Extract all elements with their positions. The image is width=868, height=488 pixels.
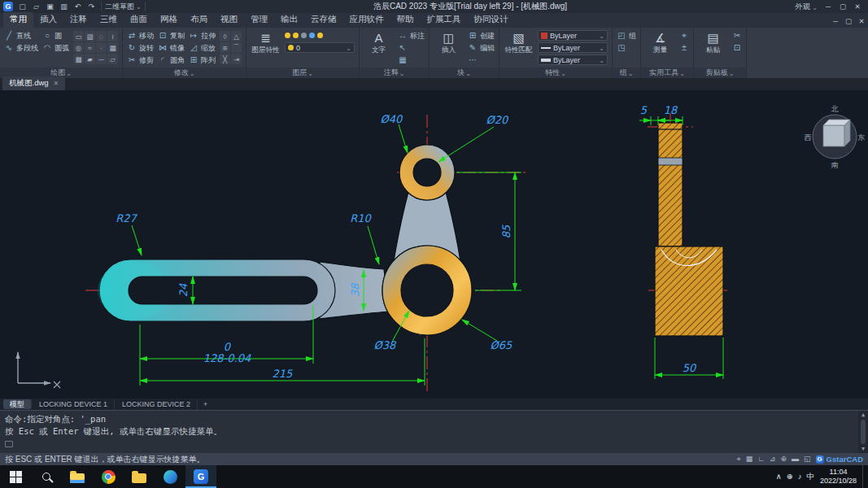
tool-fillet[interactable]: ◜圆角 xyxy=(158,54,185,66)
doc-restore-button[interactable]: ▢ xyxy=(842,16,855,26)
tool-circle[interactable]: ○圆 xyxy=(42,30,69,41)
scroll-down-icon[interactable]: ▼ xyxy=(861,446,865,452)
snap-icon[interactable]: ⌖ xyxy=(737,455,741,463)
tool-paste[interactable]: ▤粘贴 xyxy=(698,30,728,54)
tool-break[interactable]: ╳ xyxy=(220,54,230,64)
taskbar-item-search[interactable] xyxy=(31,465,62,488)
layout-tab[interactable]: 模型 xyxy=(3,399,32,409)
close-button[interactable]: ✕ xyxy=(850,1,865,12)
tool-region[interactable]: ▰ xyxy=(85,54,95,64)
grid-icon[interactable]: ▦ xyxy=(746,455,753,463)
command-scrollbar[interactable]: ▲ ▼ xyxy=(858,411,868,453)
tool-edit[interactable]: ✎编辑 xyxy=(468,42,495,54)
layer-dropdown[interactable]: 0 xyxy=(285,42,355,53)
document-tab[interactable]: 机械图.dwg✕ xyxy=(2,76,65,90)
layout-tab[interactable]: LOCKING DEVICE 1 xyxy=(33,399,115,409)
tool-trim[interactable]: ✂修剪 xyxy=(127,54,154,66)
viewcube-south-label[interactable]: 南 xyxy=(831,161,839,169)
taskbar-item-chrome[interactable] xyxy=(93,465,124,488)
menu-tab[interactable]: 插入 xyxy=(33,12,63,28)
tool-copyclip[interactable]: ⊡ xyxy=(732,42,742,54)
hidden-icons-chevron[interactable]: ∧ xyxy=(776,473,782,481)
tool-measure[interactable]: ∡测量 xyxy=(645,30,675,54)
layer-state-icon[interactable] xyxy=(285,33,290,38)
menu-tab[interactable]: 曲面 xyxy=(124,12,154,28)
ortho-icon[interactable]: ∟ xyxy=(757,455,765,463)
taskbar-item-edge[interactable] xyxy=(155,465,185,488)
tool-text[interactable]: A文字 xyxy=(364,30,394,54)
layout-tab[interactable]: LOCKING DEVICE 2 xyxy=(116,399,198,409)
tool-ungroup[interactable]: ◳ xyxy=(617,42,636,54)
menu-tab[interactable]: 应用软件 xyxy=(343,12,390,28)
tool-insert[interactable]: ◫插入 xyxy=(434,30,464,54)
save-icon[interactable]: ▣ xyxy=(44,2,56,12)
new-layout-button[interactable]: + xyxy=(198,400,212,408)
menu-tab[interactable]: 管理 xyxy=(244,12,274,28)
view-cube[interactable]: 北 南 西 东 xyxy=(805,105,866,169)
tool-array[interactable]: ⊞阵列 xyxy=(189,54,216,66)
tool-explode[interactable]: △ xyxy=(231,31,242,41)
menu-tab[interactable]: 常用 xyxy=(3,12,33,28)
show-desktop-button[interactable] xyxy=(862,465,866,488)
menu-tab[interactable]: 注释 xyxy=(63,12,94,28)
volume-icon[interactable]: ♪ xyxy=(798,473,802,481)
tool-polyline[interactable]: ∿多段线 xyxy=(4,42,38,54)
tool-hatch[interactable]: ▨ xyxy=(85,31,95,41)
ribbon-panel-caption[interactable]: 特性 xyxy=(499,68,612,78)
tool-mirror[interactable]: ⋈镜像 xyxy=(158,42,185,54)
layer-state-icon[interactable] xyxy=(317,33,323,38)
tool-gradient[interactable]: ▩ xyxy=(73,54,84,64)
new-file-icon[interactable]: ▢ xyxy=(16,2,28,12)
close-icon[interactable]: ✕ xyxy=(54,80,59,87)
tool-copy[interactable]: ⊡复制 xyxy=(158,30,185,41)
layer-state-icon[interactable] xyxy=(293,33,299,38)
doc-close-button[interactable]: ✕ xyxy=(855,16,868,26)
viewcube-north-label[interactable]: 北 xyxy=(831,105,839,113)
tool-layers[interactable]: ≣图层特性 xyxy=(251,30,281,54)
tool-ellipse[interactable]: ◌ xyxy=(96,31,107,41)
restore-button[interactable]: ▢ xyxy=(835,1,850,12)
menu-tab[interactable]: 布局 xyxy=(184,12,214,28)
tool-lengthen[interactable]: ⇥ xyxy=(231,54,242,64)
tool-arc[interactable]: ◠圆弧 xyxy=(42,42,69,54)
ribbon-panel-caption[interactable]: 图层 xyxy=(246,68,359,78)
menu-tab[interactable]: 视图 xyxy=(214,12,244,28)
open-file-icon[interactable]: ▱ xyxy=(30,2,42,12)
linetype-dropdown[interactable]: ByLayer xyxy=(538,42,608,53)
tool-donut[interactable]: ◎ xyxy=(73,42,84,53)
tool-matchprops[interactable]: ▧特性匹配 xyxy=(504,30,534,54)
language-indicator[interactable]: 中 xyxy=(806,473,814,481)
tool-stretch[interactable]: ↦拉伸 xyxy=(189,30,216,41)
osnap-icon[interactable]: ⊕ xyxy=(781,455,787,463)
menu-tab[interactable]: 云存储 xyxy=(304,12,343,28)
menu-tab[interactable]: 三维 xyxy=(94,12,124,28)
appearance-button[interactable]: 外观 xyxy=(795,2,818,12)
tool-spline[interactable]: ≀ xyxy=(107,31,118,41)
scroll-up-icon[interactable]: ▲ xyxy=(861,412,865,418)
tool-leader[interactable]: ↖ xyxy=(398,42,425,54)
doc-minimize-button[interactable]: ─ xyxy=(829,16,842,26)
workspace-dropdown[interactable]: 二维草图 xyxy=(101,2,146,11)
tool-create[interactable]: ⊞创建 xyxy=(468,30,495,41)
viewcube-east-label[interactable]: 东 xyxy=(857,133,866,142)
tool-attrib[interactable]: ⋯ xyxy=(468,54,495,66)
tool-erase[interactable]: ◊ xyxy=(220,31,230,41)
command-input-line[interactable] xyxy=(5,438,855,450)
tool-revcloud[interactable]: ≈ xyxy=(85,42,95,53)
undo-icon[interactable]: ↶ xyxy=(72,2,84,12)
tool-line[interactable]: ╱直线 xyxy=(4,30,38,41)
ribbon-panel-caption[interactable]: 注释 xyxy=(360,68,429,78)
redo-icon[interactable]: ↷ xyxy=(85,2,98,12)
ribbon-panel-caption[interactable]: 组 xyxy=(613,68,640,78)
ribbon-panel-caption[interactable]: 实用工具 xyxy=(641,68,693,78)
tool-rotate[interactable]: ↻旋转 xyxy=(127,42,154,54)
layer-state-icon[interactable] xyxy=(309,33,315,38)
menu-tab[interactable]: 协同设计 xyxy=(468,12,515,28)
tool-group[interactable]: ◰组 xyxy=(617,30,636,41)
tool-cut[interactable]: ✂ xyxy=(732,30,742,41)
menu-tab[interactable]: 网格 xyxy=(154,12,184,28)
tool-xline[interactable]: ─ xyxy=(96,54,107,64)
menu-tab[interactable]: 输出 xyxy=(274,12,304,28)
tool-move[interactable]: ⇄移动 xyxy=(127,30,154,41)
tool-select[interactable]: ⌖ xyxy=(679,30,689,41)
